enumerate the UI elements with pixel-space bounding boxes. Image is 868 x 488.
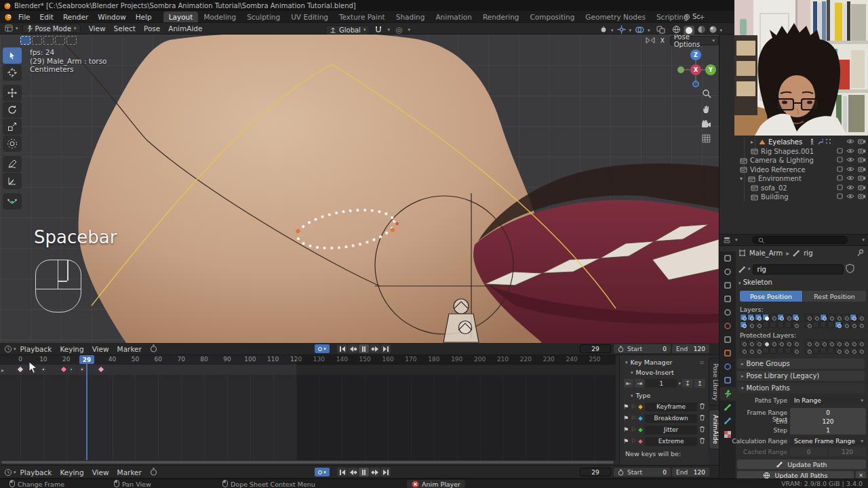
frame-end-field-2[interactable]: End 120: [672, 468, 709, 476]
jump-to-end-button[interactable]: [380, 344, 391, 353]
layer-toggle[interactable]: [777, 340, 784, 346]
timeline-menu-view[interactable]: View: [88, 345, 113, 353]
layer-toggle[interactable]: [755, 314, 762, 321]
frame-start-field[interactable]: Start 0: [614, 344, 671, 353]
visibility-eye-icon[interactable]: [846, 138, 854, 146]
timeline-menu-keying[interactable]: Keying: [56, 468, 87, 476]
playhead-badge[interactable]: 29: [79, 355, 94, 364]
snap-magnet-icon[interactable]: [375, 26, 382, 35]
layer-toggle[interactable]: [762, 347, 769, 354]
outliner-row-building[interactable]: Building: [719, 192, 868, 202]
properties-tab-object-icon[interactable]: [719, 346, 736, 360]
workspace-tab-shading[interactable]: Shading: [391, 12, 431, 22]
gizmos-chevron-icon[interactable]: ▾: [629, 28, 632, 33]
close-icon[interactable]: ✕: [856, 471, 866, 479]
properties-tab-collection-icon[interactable]: [719, 333, 736, 346]
tool-pose-breakdowner[interactable]: [3, 193, 22, 209]
sidebar-tab-animaide[interactable]: AnimAide: [709, 409, 719, 449]
render-camera-icon[interactable]: [858, 184, 866, 192]
outliner-filter-icon[interactable]: [724, 237, 732, 244]
layer-toggle[interactable]: [805, 321, 812, 328]
layer-toggle[interactable]: [820, 314, 827, 321]
gizmo-z-axis[interactable]: Z: [690, 49, 701, 60]
jump-left-button[interactable]: ⇤: [624, 379, 633, 388]
gizmo-neg-y-axis[interactable]: [677, 66, 684, 73]
current-frame-field-2[interactable]: 29: [580, 468, 611, 476]
timeline-menu-playback[interactable]: Playback: [16, 345, 56, 353]
proportional-chevron-icon[interactable]: ▾: [408, 27, 410, 33]
workspace-tab-texture-paint[interactable]: Texture Paint: [334, 12, 391, 22]
selectability-checkbox-icon[interactable]: [837, 166, 843, 174]
selectability-checkbox-icon[interactable]: [837, 157, 843, 164]
viewport-3d[interactable]: fps: 24(29) Male_Arm : torsoCentimeters …: [0, 35, 719, 343]
layer-toggle[interactable]: [857, 347, 864, 354]
tool-cursor[interactable]: [3, 64, 22, 81]
layer-toggle[interactable]: [820, 347, 827, 354]
workspace-tab-modeling[interactable]: Modeling: [198, 12, 241, 22]
layer-toggle[interactable]: [842, 340, 849, 346]
tool-scale[interactable]: [3, 119, 22, 135]
move-insert-chevron-icon[interactable]: ▾: [631, 370, 633, 375]
outliner-row-video-reference[interactable]: Video Reference: [719, 165, 868, 175]
layer-toggle[interactable]: [857, 340, 864, 346]
outliner-row-eyelashes[interactable]: ▸Eyelashes: [719, 138, 868, 147]
layer-toggle[interactable]: [740, 314, 747, 321]
trash-icon[interactable]: [699, 426, 705, 434]
selectability-checkbox-icon[interactable]: [837, 175, 843, 182]
shading-wireframe-icon[interactable]: [672, 25, 681, 35]
layer-toggle[interactable]: [747, 347, 754, 354]
proportional-edit-icon[interactable]: ◎: [395, 25, 402, 35]
breadcrumb-object[interactable]: Male_Arm: [749, 249, 783, 257]
frame-range-start-field[interactable]: 0: [790, 408, 866, 417]
layer-toggle[interactable]: [755, 340, 762, 346]
overlays-chevron-icon[interactable]: ▾: [648, 28, 650, 33]
layer-toggle[interactable]: [805, 347, 812, 354]
next-keyframe-button[interactable]: [370, 344, 380, 353]
outliner-options-chevron-icon[interactable]: ▾: [862, 237, 865, 243]
current-frame-field[interactable]: 29: [580, 344, 611, 353]
layer-toggle[interactable]: [762, 321, 769, 328]
layer-toggle[interactable]: [857, 321, 864, 328]
gizmo-y-axis[interactable]: Y: [705, 64, 716, 75]
layer-toggle[interactable]: [770, 347, 776, 354]
layer-toggle[interactable]: [770, 340, 776, 346]
orientation-dropdown[interactable]: Global ▾: [326, 25, 370, 35]
flag-outline-icon[interactable]: ⚐: [631, 438, 636, 445]
km-chevron-icon[interactable]: ▾: [625, 360, 628, 365]
layer-toggle[interactable]: [740, 340, 747, 346]
tool-move[interactable]: [3, 85, 22, 101]
select-mode-intersect-icon[interactable]: [66, 36, 77, 45]
navigation-gizmo[interactable]: Z X Y: [676, 49, 717, 89]
layer-toggle[interactable]: [857, 314, 864, 321]
layer-toggle[interactable]: [820, 340, 827, 346]
properties-tab-view-layer-icon[interactable]: [719, 292, 736, 306]
layer-toggle[interactable]: [770, 314, 776, 321]
layer-toggle[interactable]: [805, 314, 812, 321]
layer-toggle[interactable]: [747, 314, 754, 321]
visibility-eye-icon[interactable]: [846, 157, 854, 164]
tool-annotate[interactable]: [3, 156, 22, 172]
header-menu-animaide[interactable]: AnimAide: [164, 24, 206, 33]
step-field[interactable]: 1: [790, 426, 866, 434]
layer-toggle[interactable]: [835, 340, 842, 346]
stop-player-icon[interactable]: [412, 481, 419, 488]
menu-render[interactable]: Render: [58, 13, 93, 21]
rest-position-button[interactable]: Rest Position: [803, 291, 866, 302]
layer-toggle[interactable]: [827, 340, 834, 346]
armature-datablock-icon[interactable]: [738, 266, 746, 273]
layer-toggle[interactable]: [835, 314, 842, 321]
visibility-eye-icon[interactable]: [846, 193, 854, 201]
menu-window[interactable]: Window: [93, 13, 130, 21]
shading-solid-icon[interactable]: [684, 26, 694, 35]
select-mode-invert-icon[interactable]: [55, 36, 65, 45]
calculation-range-dropdown[interactable]: Scene Frame Range▾: [790, 436, 866, 445]
frame-end-field[interactable]: End 120: [672, 344, 709, 353]
datablock-name-input[interactable]: [753, 264, 844, 274]
layer-toggle[interactable]: [842, 314, 849, 321]
motion-paths-panel-header[interactable]: ▾Motion Paths: [737, 383, 865, 393]
jump-to-start-button[interactable]: [337, 344, 347, 353]
gizmo-neg-z-axis[interactable]: [692, 81, 699, 87]
timeline-menu-marker[interactable]: Marker: [113, 468, 146, 476]
layer-toggle[interactable]: [762, 340, 769, 346]
render-camera-icon[interactable]: [858, 148, 866, 155]
